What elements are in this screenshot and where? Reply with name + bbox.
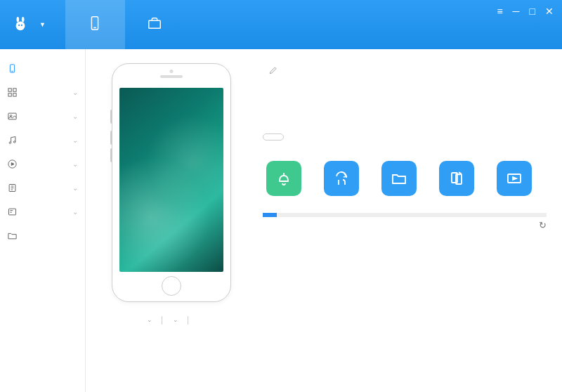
svg-rect-12 (8, 93, 11, 96)
titlebar: ▼ ≡ ─ □ ✕ (0, 0, 562, 49)
sidebar: ⌄ ⌄ ⌄ ⌄ ⌄ ⌄ (0, 49, 86, 392)
sidebar-item-files[interactable] (0, 223, 85, 247)
apps-icon (7, 87, 18, 98)
sidebar-item-apps[interactable]: ⌄ (0, 80, 85, 104)
folder-icon (391, 170, 407, 187)
svg-point-3 (18, 25, 20, 26)
chevron-down-icon: ⌄ (72, 89, 78, 96)
transfer-icon (448, 170, 465, 187)
maximize-button[interactable]: □ (530, 6, 535, 17)
svg-point-2 (22, 17, 25, 22)
phone-icon (87, 15, 103, 31)
sidebar-item-device[interactable] (0, 56, 85, 80)
photos-icon (7, 111, 18, 122)
chevron-down-icon: ⌄ (72, 160, 78, 168)
books-icon (7, 183, 18, 193)
tools-row (263, 161, 547, 200)
folder-icon (7, 230, 18, 241)
svg-point-0 (16, 21, 25, 30)
video-icon (506, 170, 523, 187)
screenshot-button[interactable]: ⌄ (145, 316, 152, 323)
reboot-button[interactable]: ⌄ (171, 316, 178, 323)
tool-ringtone-maker[interactable] (263, 161, 305, 200)
chevron-down-icon: ⌄ (72, 208, 78, 216)
window-controls: ≡ ─ □ ✕ (497, 6, 554, 17)
svg-point-16 (9, 142, 11, 144)
backup-icon (333, 170, 350, 187)
tab-toolbox[interactable] (125, 0, 185, 49)
content: ⌄ | ⌄ | (86, 49, 562, 392)
tab-device[interactable] (65, 0, 125, 49)
device-details (263, 89, 547, 125)
sidebar-item-info[interactable]: ⌄ (0, 200, 85, 223)
svg-rect-7 (149, 20, 161, 28)
tool-phone-transfer[interactable] (436, 161, 478, 200)
info-icon (7, 207, 18, 217)
sidebar-item-videos[interactable]: ⌄ (0, 152, 85, 176)
rabbit-icon (13, 17, 28, 32)
svg-point-1 (17, 17, 20, 22)
chevron-down-icon: ⌄ (72, 136, 78, 144)
chevron-down-icon: ⌄ (72, 112, 78, 120)
music-icon (7, 135, 18, 145)
close-button[interactable]: ✕ (545, 6, 554, 17)
refresh-storage-icon[interactable]: ↻ (263, 220, 547, 230)
phone-preview (112, 63, 231, 302)
edit-icon[interactable] (268, 63, 278, 79)
minimize-button[interactable]: ─ (513, 6, 520, 17)
device-icon (7, 63, 18, 74)
home-button-icon (162, 276, 181, 296)
tool-video-converter[interactable] (493, 161, 535, 200)
chevron-down-icon: ▼ (39, 21, 46, 28)
svg-point-17 (13, 141, 15, 143)
svg-rect-23 (9, 209, 16, 215)
bell-icon (275, 170, 292, 187)
sidebar-item-photos[interactable]: ⌄ (0, 104, 85, 128)
chevron-down-icon: ⌄ (72, 184, 78, 192)
svg-point-4 (21, 25, 22, 26)
more-info-button[interactable] (263, 133, 284, 141)
videos-icon (7, 159, 18, 169)
sidebar-item-music[interactable]: ⌄ (0, 128, 85, 152)
tool-file-explorer[interactable] (378, 161, 420, 200)
sidebar-item-books[interactable]: ⌄ (0, 176, 85, 200)
svg-rect-13 (13, 93, 16, 96)
menu-icon[interactable]: ≡ (497, 6, 502, 17)
titlebar-tabs (65, 0, 185, 49)
toolbox-icon (147, 15, 162, 31)
svg-rect-10 (8, 88, 11, 91)
svg-rect-11 (13, 88, 16, 91)
phone-actions: ⌄ | ⌄ | (145, 315, 197, 325)
storage-bar (263, 213, 547, 217)
app-logo[interactable]: ▼ (0, 0, 58, 49)
tool-backup-restore[interactable] (320, 161, 362, 200)
